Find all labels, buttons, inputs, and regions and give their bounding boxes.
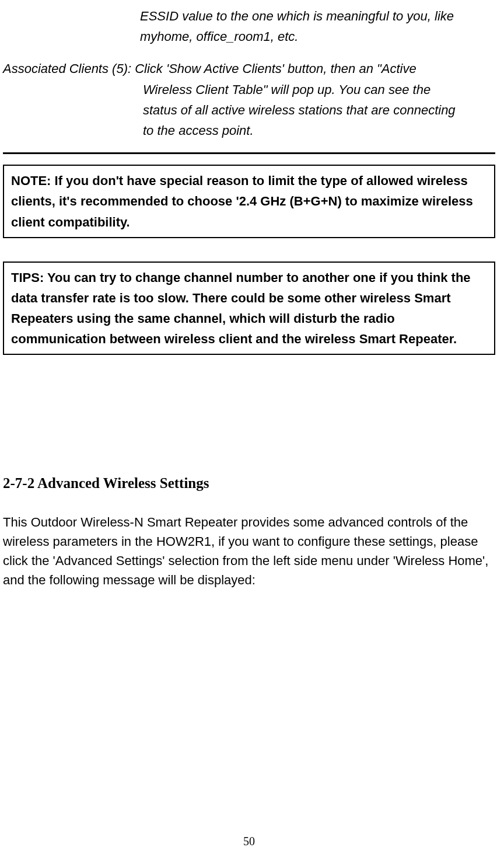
associated-clients-line4: to the access point.	[3, 120, 495, 141]
page-container: ESSID value to the one which is meaningf…	[3, 6, 495, 862]
section-divider	[3, 152, 495, 154]
associated-clients-first-line: Associated Clients (5): Click 'Show Acti…	[3, 58, 495, 79]
essid-line1: ESSID value to the one which is meaningf…	[3, 6, 495, 26]
page-number: 50	[3, 832, 495, 850]
associated-clients-line2: Wireless Client Table" will pop up. You …	[3, 79, 495, 100]
essid-description: ESSID value to the one which is meaningf…	[3, 6, 495, 47]
section-heading: 2-7-2 Advanced Wireless Settings	[3, 472, 495, 495]
tips-box: TIPS: You can try to change channel numb…	[3, 262, 495, 355]
essid-line2: myhome, office_room1, etc.	[3, 26, 495, 47]
associated-clients-label: Associated Clients (5):	[3, 61, 131, 76]
note-box: NOTE: If you don't have special reason t…	[3, 165, 495, 238]
associated-clients-line3: status of all active wireless stations t…	[3, 100, 495, 120]
associated-clients-description: Associated Clients (5): Click 'Show Acti…	[3, 58, 495, 141]
body-paragraph: This Outdoor Wireless-N Smart Repeater p…	[3, 513, 495, 590]
associated-clients-text1: Click 'Show Active Clients' button, then…	[131, 61, 416, 76]
